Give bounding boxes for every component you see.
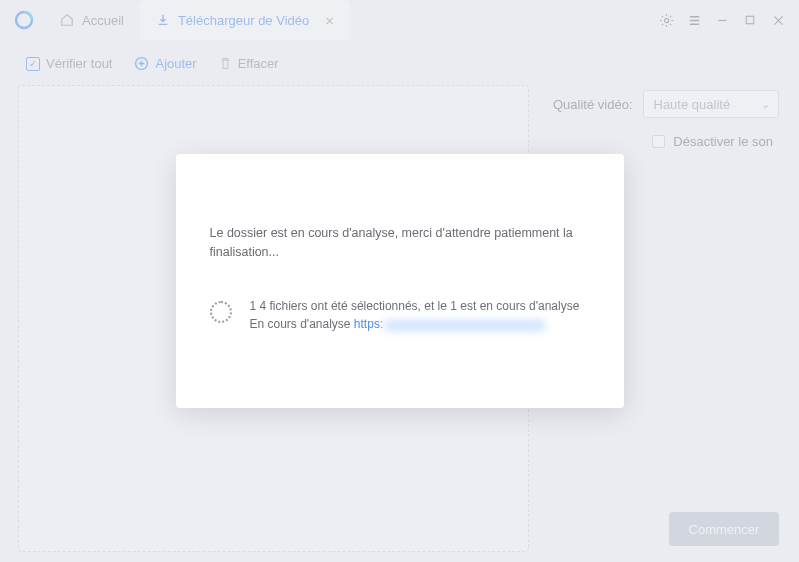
modal-body: 1 4 fichiers ont été sélectionnés, et le… (210, 297, 590, 334)
redacted-url (385, 320, 545, 331)
analysis-modal: Le dossier est en cours d'analyse, merci… (176, 154, 624, 408)
modal-overlay: Le dossier est en cours d'analyse, merci… (0, 0, 799, 562)
spinner-icon (210, 301, 232, 323)
modal-analyzing-line: En cours d'analyse https: (250, 315, 580, 334)
modal-message: Le dossier est en cours d'analyse, merci… (210, 224, 590, 263)
modal-status-block: 1 4 fichiers ont été sélectionnés, et le… (250, 297, 580, 334)
analyzing-link[interactable]: https: (354, 317, 383, 331)
modal-status-text: 1 4 fichiers ont été sélectionnés, et le… (250, 297, 580, 316)
analyzing-prefix: En cours d'analyse (250, 317, 354, 331)
